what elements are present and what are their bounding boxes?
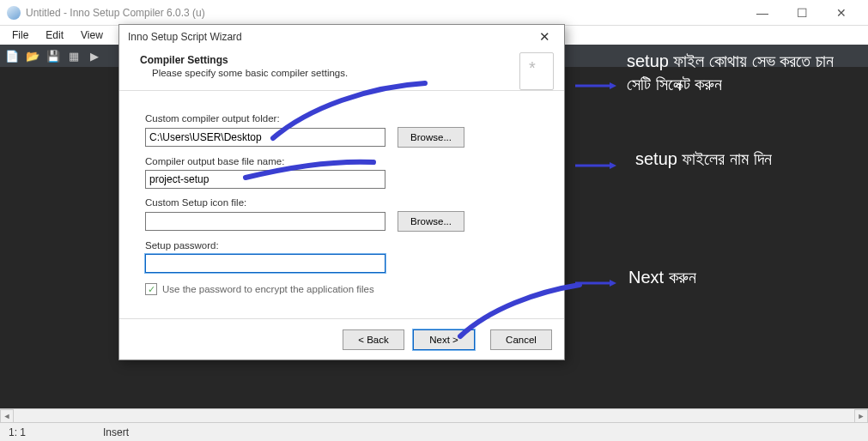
maximize-button[interactable]: ☐ (782, 0, 822, 26)
annotation-text-3: Next করুন (628, 266, 843, 289)
annotation-arrow-1 (570, 77, 622, 84)
menu-edit[interactable]: Edit (39, 27, 70, 43)
dialog-close-button[interactable]: ✕ (533, 26, 555, 48)
annotation-text-2: setup ফাইলের নাম দিন (635, 148, 850, 171)
modules-icon[interactable]: ▦ (65, 47, 82, 64)
svg-marker-5 (610, 280, 616, 287)
password-input[interactable] (145, 254, 385, 273)
annotation-curve-3 (455, 283, 584, 347)
window-controls: — ☐ ✕ (743, 0, 861, 26)
svg-marker-3 (610, 162, 616, 169)
back-button[interactable]: < Back (343, 329, 404, 350)
scroll-left-icon[interactable]: ◄ (0, 409, 14, 423)
compile-icon[interactable]: ▶ (86, 47, 103, 64)
menu-view[interactable]: View (74, 27, 110, 43)
dialog-title-bar: Inno Setup Script Wizard ✕ (119, 25, 564, 49)
edit-mode: Insert (103, 426, 129, 438)
dialog-title: Inno Setup Script Wizard (128, 31, 242, 43)
save-icon[interactable]: 💾 (45, 47, 62, 64)
browse-icon-button[interactable]: Browse... (398, 211, 464, 232)
icon-file-input[interactable] (145, 212, 385, 231)
annotation-curve-2 (240, 159, 378, 188)
new-icon[interactable]: 📄 (3, 47, 21, 64)
dialog-subtitle: Please specify some basic compiler setti… (152, 68, 550, 78)
scroll-right-icon[interactable]: ► (854, 409, 868, 423)
annotation-arrow-2 (570, 157, 622, 164)
dialog-section-title: Compiler Settings (140, 54, 228, 66)
window-title: Untitled - Inno Setup Compiler 6.0.3 (u) (26, 7, 205, 19)
encrypt-checkbox-label: Use the password to encrypt the applicat… (162, 284, 374, 294)
horizontal-scrollbar[interactable]: ◄ ► (0, 408, 868, 422)
annotation-text-1: setup ফাইল কোথায় সেভ করতে চান সেটি সিলে… (627, 50, 850, 96)
close-button[interactable]: ✕ (822, 0, 861, 26)
status-bar: 1: 1 Insert (0, 422, 868, 441)
password-label: Setup password: (145, 240, 542, 251)
icon-file-label: Custom Setup icon file: (145, 197, 542, 208)
app-icon (7, 6, 21, 20)
open-icon[interactable]: 📂 (24, 47, 41, 64)
minimize-button[interactable]: — (743, 0, 782, 26)
annotation-curve-1 (266, 82, 438, 162)
annotation-arrow-3 (570, 275, 622, 281)
menu-file[interactable]: File (5, 27, 35, 43)
encrypt-checkbox[interactable]: ✓ (145, 283, 157, 295)
svg-marker-1 (610, 82, 616, 89)
wizard-decor-icon (519, 52, 554, 90)
title-bar: Untitled - Inno Setup Compiler 6.0.3 (u)… (0, 0, 868, 26)
cursor-position: 1: 1 (9, 426, 26, 438)
